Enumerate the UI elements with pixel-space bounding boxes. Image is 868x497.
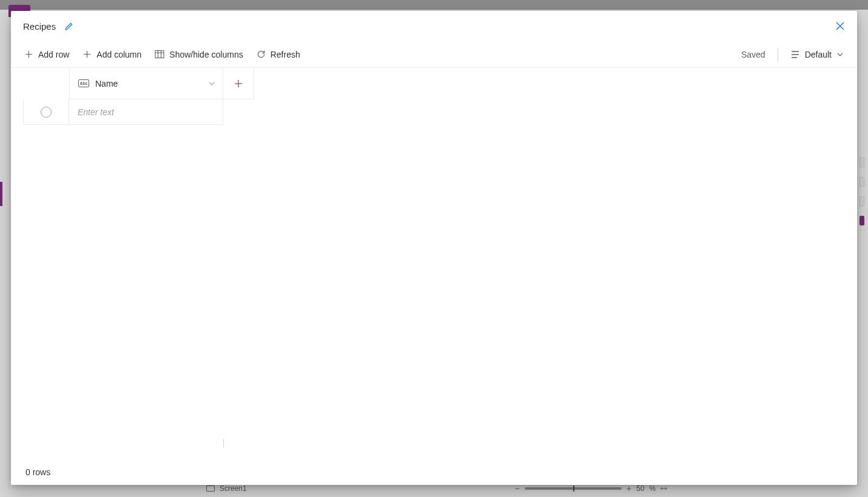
svg-rect-0 bbox=[155, 51, 164, 58]
toolbar-divider bbox=[778, 48, 778, 61]
chevron-down-icon bbox=[208, 80, 215, 87]
toolbar: Add row Add column Show/hide columns Ref… bbox=[11, 41, 857, 68]
add-row-label: Add row bbox=[38, 50, 69, 59]
view-label: Default bbox=[805, 50, 832, 59]
show-hide-label: Show/hide columns bbox=[169, 50, 243, 59]
column-name-label: Name bbox=[95, 79, 202, 88]
app-header-background bbox=[0, 0, 868, 10]
zoom-unit: % bbox=[649, 484, 656, 493]
row-select-radio[interactable] bbox=[41, 107, 52, 118]
column-header-row: Abc Name bbox=[23, 68, 254, 99]
chevron-down-icon bbox=[836, 51, 844, 58]
row-count: 0 rows bbox=[25, 467, 50, 477]
plus-icon bbox=[24, 50, 33, 59]
table-name: Recipes bbox=[23, 21, 56, 32]
column-resize-handle[interactable] bbox=[223, 439, 224, 447]
zoom-in-icon: + bbox=[627, 484, 631, 493]
data-grid: Abc Name bbox=[11, 68, 857, 459]
add-column-button[interactable]: Add column bbox=[81, 47, 143, 62]
name-input[interactable] bbox=[78, 107, 214, 117]
refresh-button[interactable]: Refresh bbox=[255, 47, 301, 62]
text-type-icon: Abc bbox=[78, 79, 89, 87]
modal-footer: 0 rows bbox=[11, 459, 857, 485]
edit-table-name-button[interactable] bbox=[64, 22, 73, 31]
name-cell[interactable] bbox=[69, 99, 223, 125]
close-button[interactable] bbox=[830, 16, 850, 36]
add-column-inline-button[interactable] bbox=[223, 68, 254, 99]
modal-header: Recipes bbox=[11, 11, 857, 41]
table-row bbox=[23, 99, 254, 125]
add-column-label: Add column bbox=[96, 50, 141, 59]
view-selector[interactable]: Default bbox=[789, 47, 845, 62]
columns-icon bbox=[155, 50, 164, 59]
zoom-slider-background bbox=[525, 487, 622, 490]
add-row-button[interactable]: Add row bbox=[23, 47, 70, 62]
refresh-label: Refresh bbox=[271, 50, 300, 59]
list-icon bbox=[790, 50, 800, 59]
column-header-name[interactable]: Abc Name bbox=[69, 68, 223, 99]
left-rail-selection-background bbox=[0, 182, 2, 206]
zoom-value: 50 bbox=[636, 484, 644, 493]
select-all-column bbox=[23, 68, 69, 99]
zoom-out-icon: − bbox=[515, 484, 520, 493]
table-editor-modal: Recipes Add row Add column Show/hide col… bbox=[11, 11, 857, 485]
plus-icon bbox=[82, 50, 92, 59]
plus-icon bbox=[234, 79, 243, 88]
save-status: Saved bbox=[741, 50, 767, 59]
refresh-icon bbox=[257, 50, 266, 59]
screen-icon bbox=[206, 485, 215, 492]
show-hide-columns-button[interactable]: Show/hide columns bbox=[153, 47, 244, 62]
row-select-cell bbox=[23, 99, 69, 125]
screen-label: Screen1 bbox=[220, 484, 247, 493]
right-rail-background bbox=[860, 158, 864, 238]
